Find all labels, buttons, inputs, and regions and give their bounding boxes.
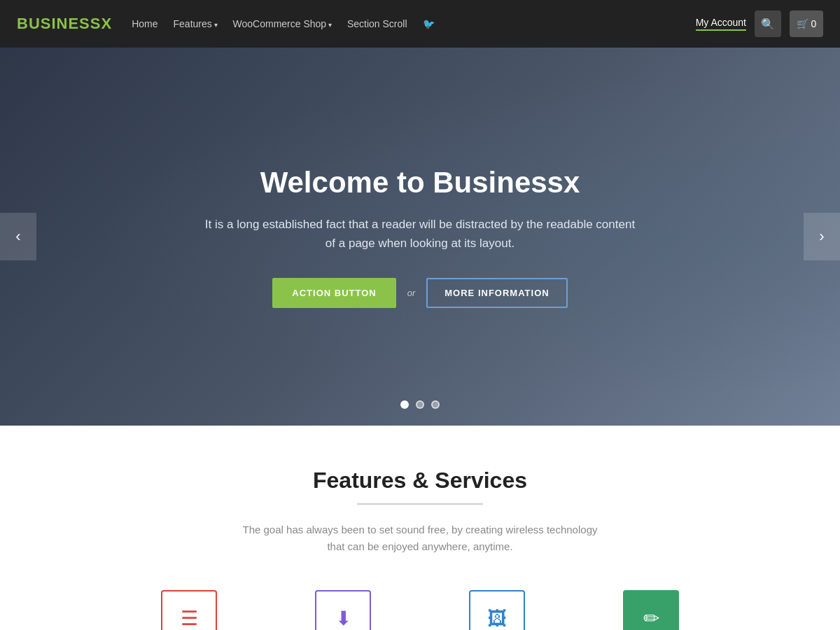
cart-icon: 🛒	[797, 18, 808, 29]
feature-item-media: 🖼 Media Element	[441, 590, 553, 630]
feature-item-three-burgers: ☰ Three Burgers	[133, 590, 245, 630]
hero-dots	[400, 400, 440, 409]
hero-dot-1[interactable]	[400, 400, 409, 409]
media-icon-box: 🖼	[469, 590, 525, 630]
download-icon-box: ⬇	[315, 590, 371, 630]
features-grid: ☰ Three Burgers ⬇ Download Icon 🖼 Media …	[28, 590, 812, 630]
hero-dot-3[interactable]	[431, 400, 440, 409]
download-icon: ⬇	[335, 607, 351, 630]
logo-text-main: BUSINESS	[17, 15, 101, 32]
hero-subtitle-line2: of a page when looking at its layout.	[326, 237, 514, 250]
cart-button[interactable]: 🛒 0	[790, 10, 823, 37]
nav-scroll[interactable]: Section Scroll	[347, 18, 407, 29]
chevron-right-icon: ›	[819, 227, 824, 246]
hero-dot-2[interactable]	[416, 400, 424, 409]
nav-links: Home Features WooCommerce Shop Section S…	[132, 18, 434, 30]
logo[interactable]: BUSINESSX	[17, 15, 112, 33]
cart-count: 0	[811, 18, 817, 29]
chevron-left-icon: ‹	[15, 227, 20, 246]
or-label: or	[407, 288, 416, 298]
navbar-right: My Account 🔍 🛒 0	[696, 10, 823, 37]
nav-twitter[interactable]: 🐦	[423, 18, 435, 29]
hero-buttons: ACTION BUTTON or MORE INFORMATION	[205, 278, 635, 308]
logo-text-accent: X	[101, 15, 112, 32]
three-burgers-icon-box: ☰	[161, 590, 217, 630]
features-divider	[357, 503, 483, 505]
features-subtitle: The goal has always been to set sound fr…	[238, 522, 602, 555]
nav-shop[interactable]: WooCommerce Shop	[233, 18, 332, 29]
media-icon: 🖼	[487, 607, 507, 630]
search-icon: 🔍	[761, 18, 775, 31]
navbar: BUSINESSX Home Features WooCommerce Shop…	[0, 0, 840, 48]
pick-icon: ✏	[643, 607, 659, 630]
hero-arrow-left[interactable]: ‹	[0, 213, 36, 260]
hero-subtitle: It is a long established fact that a rea…	[205, 215, 635, 253]
hero-title: Welcome to Businessx	[205, 165, 635, 200]
nav-features[interactable]: Features	[174, 18, 218, 29]
hero-subtitle-line1: It is a long established fact that a rea…	[205, 218, 635, 231]
features-section: Features & Services The goal has always …	[0, 426, 840, 630]
search-button[interactable]: 🔍	[755, 10, 781, 37]
more-information-button[interactable]: MORE INFORMATION	[426, 278, 567, 308]
feature-item-download: ⬇ Download Icon	[287, 590, 399, 630]
hero-arrow-right[interactable]: ›	[804, 213, 840, 260]
features-title: Features & Services	[28, 468, 812, 493]
feature-item-pick: ✏ Pick Something	[595, 590, 707, 630]
nav-home[interactable]: Home	[132, 18, 158, 29]
hero-section: ‹ Welcome to Businessx It is a long esta…	[0, 48, 840, 426]
navbar-left: BUSINESSX Home Features WooCommerce Shop…	[17, 15, 435, 33]
hero-content: Welcome to Businessx It is a long establ…	[191, 165, 649, 308]
my-account-link[interactable]: My Account	[696, 17, 746, 31]
pick-icon-box: ✏	[623, 590, 679, 630]
three-burgers-icon: ☰	[181, 607, 198, 630]
action-button[interactable]: ACTION BUTTON	[272, 278, 396, 308]
